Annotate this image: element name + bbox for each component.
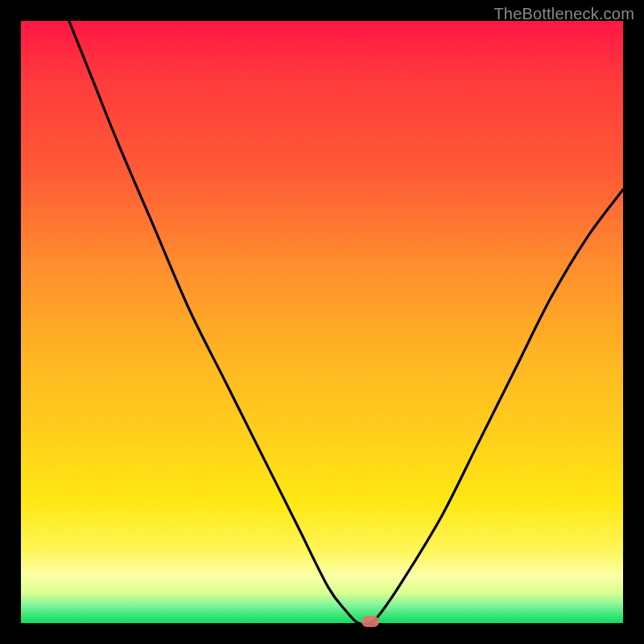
chart-frame: TheBottleneck.com — [0, 0, 644, 644]
bottleneck-curve — [21, 21, 623, 623]
plot-area — [21, 21, 623, 623]
optimum-marker — [361, 616, 379, 627]
